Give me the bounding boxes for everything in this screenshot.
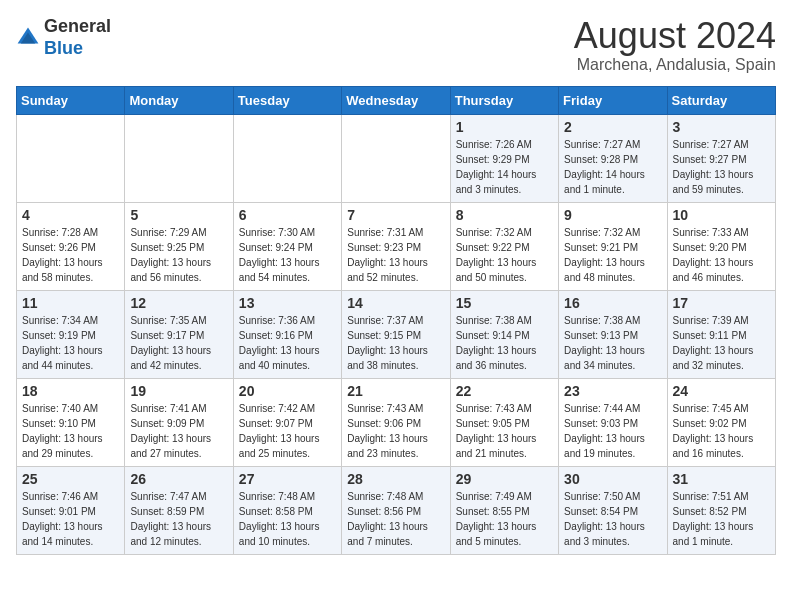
day-number: 21 <box>347 383 444 399</box>
logo: General Blue <box>16 16 111 59</box>
day-info: Sunrise: 7:33 AM Sunset: 9:20 PM Dayligh… <box>673 225 770 285</box>
day-number: 9 <box>564 207 661 223</box>
calendar-cell: 5Sunrise: 7:29 AM Sunset: 9:25 PM Daylig… <box>125 202 233 290</box>
page-header: General Blue August 2024 Marchena, Andal… <box>16 16 776 74</box>
calendar-cell: 14Sunrise: 7:37 AM Sunset: 9:15 PM Dayli… <box>342 290 450 378</box>
day-number: 13 <box>239 295 336 311</box>
day-info: Sunrise: 7:48 AM Sunset: 8:58 PM Dayligh… <box>239 489 336 549</box>
day-info: Sunrise: 7:35 AM Sunset: 9:17 PM Dayligh… <box>130 313 227 373</box>
calendar-cell <box>342 114 450 202</box>
calendar-cell: 30Sunrise: 7:50 AM Sunset: 8:54 PM Dayli… <box>559 466 667 554</box>
day-number: 3 <box>673 119 770 135</box>
calendar-cell: 27Sunrise: 7:48 AM Sunset: 8:58 PM Dayli… <box>233 466 341 554</box>
day-number: 6 <box>239 207 336 223</box>
day-info: Sunrise: 7:51 AM Sunset: 8:52 PM Dayligh… <box>673 489 770 549</box>
day-number: 17 <box>673 295 770 311</box>
day-number: 16 <box>564 295 661 311</box>
logo-blue-text: Blue <box>44 38 83 58</box>
day-number: 10 <box>673 207 770 223</box>
day-info: Sunrise: 7:50 AM Sunset: 8:54 PM Dayligh… <box>564 489 661 549</box>
day-info: Sunrise: 7:42 AM Sunset: 9:07 PM Dayligh… <box>239 401 336 461</box>
title-block: August 2024 Marchena, Andalusia, Spain <box>574 16 776 74</box>
day-number: 15 <box>456 295 553 311</box>
week-row-5: 25Sunrise: 7:46 AM Sunset: 9:01 PM Dayli… <box>17 466 776 554</box>
calendar-cell: 10Sunrise: 7:33 AM Sunset: 9:20 PM Dayli… <box>667 202 775 290</box>
calendar-cell: 23Sunrise: 7:44 AM Sunset: 9:03 PM Dayli… <box>559 378 667 466</box>
calendar-cell: 24Sunrise: 7:45 AM Sunset: 9:02 PM Dayli… <box>667 378 775 466</box>
calendar-cell: 21Sunrise: 7:43 AM Sunset: 9:06 PM Dayli… <box>342 378 450 466</box>
calendar-cell <box>125 114 233 202</box>
day-info: Sunrise: 7:26 AM Sunset: 9:29 PM Dayligh… <box>456 137 553 197</box>
calendar-cell: 22Sunrise: 7:43 AM Sunset: 9:05 PM Dayli… <box>450 378 558 466</box>
calendar-cell: 11Sunrise: 7:34 AM Sunset: 9:19 PM Dayli… <box>17 290 125 378</box>
day-info: Sunrise: 7:44 AM Sunset: 9:03 PM Dayligh… <box>564 401 661 461</box>
calendar-cell: 25Sunrise: 7:46 AM Sunset: 9:01 PM Dayli… <box>17 466 125 554</box>
calendar-cell: 26Sunrise: 7:47 AM Sunset: 8:59 PM Dayli… <box>125 466 233 554</box>
day-number: 31 <box>673 471 770 487</box>
day-number: 22 <box>456 383 553 399</box>
header-monday: Monday <box>125 86 233 114</box>
calendar-cell: 8Sunrise: 7:32 AM Sunset: 9:22 PM Daylig… <box>450 202 558 290</box>
calendar-cell <box>233 114 341 202</box>
calendar-cell: 31Sunrise: 7:51 AM Sunset: 8:52 PM Dayli… <box>667 466 775 554</box>
day-number: 2 <box>564 119 661 135</box>
day-info: Sunrise: 7:27 AM Sunset: 9:28 PM Dayligh… <box>564 137 661 197</box>
weekday-header-row: Sunday Monday Tuesday Wednesday Thursday… <box>17 86 776 114</box>
day-info: Sunrise: 7:48 AM Sunset: 8:56 PM Dayligh… <box>347 489 444 549</box>
day-number: 27 <box>239 471 336 487</box>
calendar-cell: 7Sunrise: 7:31 AM Sunset: 9:23 PM Daylig… <box>342 202 450 290</box>
day-number: 18 <box>22 383 119 399</box>
day-info: Sunrise: 7:39 AM Sunset: 9:11 PM Dayligh… <box>673 313 770 373</box>
week-row-3: 11Sunrise: 7:34 AM Sunset: 9:19 PM Dayli… <box>17 290 776 378</box>
logo-general-text: General <box>44 16 111 36</box>
day-number: 1 <box>456 119 553 135</box>
calendar-cell: 29Sunrise: 7:49 AM Sunset: 8:55 PM Dayli… <box>450 466 558 554</box>
calendar-cell: 9Sunrise: 7:32 AM Sunset: 9:21 PM Daylig… <box>559 202 667 290</box>
calendar-cell: 6Sunrise: 7:30 AM Sunset: 9:24 PM Daylig… <box>233 202 341 290</box>
day-number: 14 <box>347 295 444 311</box>
calendar-cell: 18Sunrise: 7:40 AM Sunset: 9:10 PM Dayli… <box>17 378 125 466</box>
day-number: 26 <box>130 471 227 487</box>
calendar-cell: 19Sunrise: 7:41 AM Sunset: 9:09 PM Dayli… <box>125 378 233 466</box>
day-info: Sunrise: 7:37 AM Sunset: 9:15 PM Dayligh… <box>347 313 444 373</box>
header-friday: Friday <box>559 86 667 114</box>
day-info: Sunrise: 7:30 AM Sunset: 9:24 PM Dayligh… <box>239 225 336 285</box>
day-info: Sunrise: 7:27 AM Sunset: 9:27 PM Dayligh… <box>673 137 770 197</box>
day-number: 12 <box>130 295 227 311</box>
day-number: 5 <box>130 207 227 223</box>
calendar-cell: 28Sunrise: 7:48 AM Sunset: 8:56 PM Dayli… <box>342 466 450 554</box>
day-number: 4 <box>22 207 119 223</box>
day-number: 29 <box>456 471 553 487</box>
header-thursday: Thursday <box>450 86 558 114</box>
month-year-title: August 2024 <box>574 16 776 56</box>
day-info: Sunrise: 7:43 AM Sunset: 9:06 PM Dayligh… <box>347 401 444 461</box>
calendar-cell: 3Sunrise: 7:27 AM Sunset: 9:27 PM Daylig… <box>667 114 775 202</box>
day-info: Sunrise: 7:38 AM Sunset: 9:13 PM Dayligh… <box>564 313 661 373</box>
day-info: Sunrise: 7:32 AM Sunset: 9:21 PM Dayligh… <box>564 225 661 285</box>
calendar-cell: 16Sunrise: 7:38 AM Sunset: 9:13 PM Dayli… <box>559 290 667 378</box>
day-number: 23 <box>564 383 661 399</box>
day-number: 19 <box>130 383 227 399</box>
day-number: 25 <box>22 471 119 487</box>
day-info: Sunrise: 7:31 AM Sunset: 9:23 PM Dayligh… <box>347 225 444 285</box>
day-info: Sunrise: 7:36 AM Sunset: 9:16 PM Dayligh… <box>239 313 336 373</box>
header-wednesday: Wednesday <box>342 86 450 114</box>
header-sunday: Sunday <box>17 86 125 114</box>
day-number: 28 <box>347 471 444 487</box>
day-info: Sunrise: 7:41 AM Sunset: 9:09 PM Dayligh… <box>130 401 227 461</box>
day-info: Sunrise: 7:49 AM Sunset: 8:55 PM Dayligh… <box>456 489 553 549</box>
calendar-cell: 15Sunrise: 7:38 AM Sunset: 9:14 PM Dayli… <box>450 290 558 378</box>
location-subtitle: Marchena, Andalusia, Spain <box>574 56 776 74</box>
week-row-4: 18Sunrise: 7:40 AM Sunset: 9:10 PM Dayli… <box>17 378 776 466</box>
calendar-cell: 12Sunrise: 7:35 AM Sunset: 9:17 PM Dayli… <box>125 290 233 378</box>
day-info: Sunrise: 7:43 AM Sunset: 9:05 PM Dayligh… <box>456 401 553 461</box>
day-info: Sunrise: 7:46 AM Sunset: 9:01 PM Dayligh… <box>22 489 119 549</box>
day-info: Sunrise: 7:29 AM Sunset: 9:25 PM Dayligh… <box>130 225 227 285</box>
day-info: Sunrise: 7:38 AM Sunset: 9:14 PM Dayligh… <box>456 313 553 373</box>
calendar-cell: 17Sunrise: 7:39 AM Sunset: 9:11 PM Dayli… <box>667 290 775 378</box>
calendar-table: Sunday Monday Tuesday Wednesday Thursday… <box>16 86 776 555</box>
day-info: Sunrise: 7:47 AM Sunset: 8:59 PM Dayligh… <box>130 489 227 549</box>
logo-icon <box>16 26 40 50</box>
day-info: Sunrise: 7:28 AM Sunset: 9:26 PM Dayligh… <box>22 225 119 285</box>
calendar-cell: 20Sunrise: 7:42 AM Sunset: 9:07 PM Dayli… <box>233 378 341 466</box>
